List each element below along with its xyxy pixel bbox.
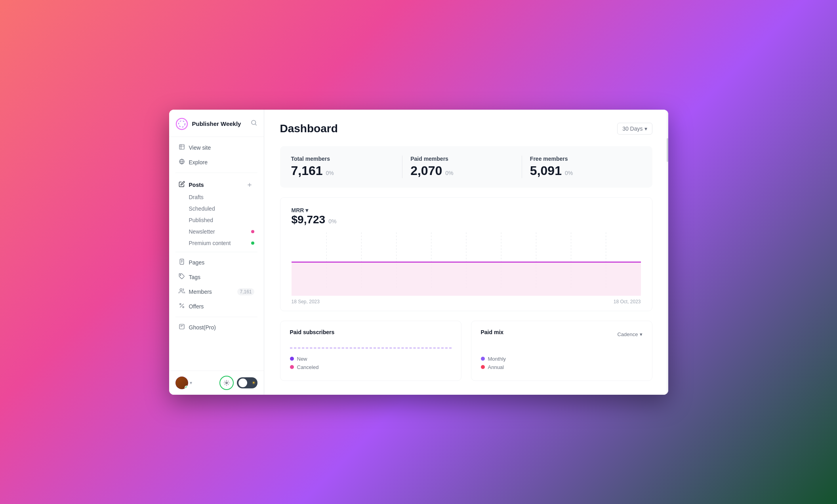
paid-mix-legend-monthly: Monthly bbox=[481, 356, 643, 362]
view-site-icon bbox=[179, 144, 185, 152]
offers-label: Offers bbox=[189, 303, 204, 310]
ghost-pro-label: Ghost(Pro) bbox=[189, 324, 216, 331]
add-post-button[interactable] bbox=[245, 180, 254, 190]
sidebar-item-explore[interactable]: Explore bbox=[172, 155, 261, 169]
theme-toggle[interactable]: ☀ bbox=[237, 377, 257, 388]
divider-3 bbox=[175, 317, 257, 317]
period-selector[interactable]: 30 Days ▾ bbox=[617, 123, 652, 135]
app-window: Publisher Weekly View site bbox=[169, 110, 668, 395]
paid-subscribers-chart-line bbox=[290, 348, 452, 348]
sidebar-footer: ▾ ☀ bbox=[169, 371, 264, 395]
paid-subscribers-legend-new: New bbox=[290, 356, 452, 362]
canceled-legend-dot bbox=[290, 365, 294, 369]
free-members-value: 5,091 bbox=[530, 164, 562, 178]
sidebar-item-view-site[interactable]: View site bbox=[172, 141, 261, 155]
user-avatar-area[interactable]: ▾ bbox=[175, 377, 192, 389]
sidebar-item-pages[interactable]: Pages bbox=[172, 255, 261, 270]
sidebar-item-newsletter[interactable]: Newsletter bbox=[172, 226, 261, 237]
free-members-value-row: 5,091 0% bbox=[530, 164, 633, 178]
cadence-selector[interactable]: Cadence ▾ bbox=[617, 331, 642, 337]
mrr-value-row: $9,723 0% bbox=[292, 213, 641, 226]
cadence-chevron: ▾ bbox=[640, 331, 643, 337]
svg-rect-5 bbox=[180, 259, 183, 264]
main-content: Dashboard 30 Days ▾ Total members 7,161 … bbox=[264, 110, 668, 395]
free-members-change: 0% bbox=[565, 170, 573, 176]
sidebar-item-offers[interactable]: Offers bbox=[172, 299, 261, 314]
total-members-stat: Total members 7,161 0% bbox=[291, 156, 403, 178]
scrollbar-thumb bbox=[667, 138, 668, 162]
svg-point-9 bbox=[179, 303, 181, 304]
premium-content-label: Premium content bbox=[189, 240, 231, 246]
sidebar-brand[interactable]: Publisher Weekly bbox=[175, 118, 241, 130]
mrr-chart-svg bbox=[292, 232, 641, 296]
search-icon[interactable] bbox=[250, 119, 257, 128]
mrr-change: 0% bbox=[328, 218, 336, 224]
sidebar-nav: View site Explore bbox=[169, 137, 264, 371]
paid-members-value-row: 2,070 0% bbox=[410, 164, 514, 178]
paid-mix-header: Paid mix Cadence ▾ bbox=[481, 329, 643, 340]
chart-dates: 18 Sep, 2023 18 Oct, 2023 bbox=[292, 299, 641, 304]
published-label: Published bbox=[189, 217, 214, 223]
window-scrollbar[interactable] bbox=[667, 110, 668, 395]
free-members-stat: Free members 5,091 0% bbox=[522, 156, 641, 178]
total-members-value: 7,161 bbox=[291, 164, 323, 178]
posts-icon bbox=[179, 181, 185, 188]
svg-point-1 bbox=[179, 121, 185, 127]
stats-card: Total members 7,161 0% Paid members 2,07… bbox=[280, 146, 652, 188]
sidebar-item-explore-label: Explore bbox=[189, 159, 208, 165]
sidebar-item-scheduled[interactable]: Scheduled bbox=[172, 203, 261, 214]
svg-point-12 bbox=[226, 382, 227, 384]
total-members-change: 0% bbox=[326, 170, 334, 176]
sun-icon: ☀ bbox=[252, 380, 256, 386]
sidebar: Publisher Weekly View site bbox=[169, 110, 264, 395]
sidebar-posts-toggle[interactable]: Posts bbox=[179, 181, 204, 188]
svg-line-8 bbox=[180, 304, 183, 307]
pages-icon bbox=[179, 259, 185, 266]
settings-button[interactable] bbox=[219, 376, 234, 390]
paid-members-value: 2,070 bbox=[410, 164, 442, 178]
explore-icon bbox=[179, 158, 185, 166]
free-members-label: Free members bbox=[530, 156, 633, 162]
premium-content-dot bbox=[251, 242, 254, 245]
paid-mix-title: Paid mix bbox=[481, 329, 504, 335]
paid-mix-legend-annual: Annual bbox=[481, 364, 643, 370]
paid-members-label: Paid members bbox=[410, 156, 514, 162]
divider-2 bbox=[175, 252, 257, 252]
paid-members-change: 0% bbox=[445, 170, 453, 176]
mrr-value: $9,723 bbox=[292, 213, 326, 226]
paid-subscribers-title: Paid subscribers bbox=[290, 329, 452, 335]
newsletter-dot bbox=[251, 230, 254, 233]
paid-subscribers-chart bbox=[290, 340, 452, 356]
svg-point-7 bbox=[180, 289, 182, 291]
monthly-legend-dot bbox=[481, 357, 485, 361]
annual-legend-label: Annual bbox=[488, 364, 504, 370]
newsletter-label: Newsletter bbox=[189, 228, 215, 235]
publisher-weekly-logo bbox=[175, 118, 188, 130]
toggle-circle bbox=[238, 378, 247, 387]
monthly-legend-label: Monthly bbox=[488, 356, 506, 362]
chart-date-start: 18 Sep, 2023 bbox=[292, 299, 320, 304]
tags-label: Tags bbox=[189, 274, 201, 280]
online-indicator bbox=[185, 386, 188, 389]
paid-mix-card: Paid mix Cadence ▾ Monthly Annual bbox=[471, 321, 652, 381]
sidebar-item-ghost-pro[interactable]: Ghost(Pro) bbox=[172, 320, 261, 335]
members-icon bbox=[179, 288, 185, 296]
sidebar-item-drafts[interactable]: Drafts bbox=[172, 192, 261, 203]
mrr-title[interactable]: MRR ▾ bbox=[292, 207, 641, 213]
sidebar-item-members[interactable]: Members 7,161 bbox=[172, 285, 261, 299]
mrr-chart bbox=[292, 232, 641, 296]
new-legend-label: New bbox=[297, 356, 307, 362]
period-chevron: ▾ bbox=[644, 126, 647, 132]
user-chevron-icon[interactable]: ▾ bbox=[190, 380, 192, 386]
sidebar-item-published[interactable]: Published bbox=[172, 215, 261, 226]
offers-icon bbox=[179, 302, 185, 310]
tags-icon bbox=[179, 273, 185, 281]
svg-point-0 bbox=[176, 118, 187, 129]
members-label: Members bbox=[189, 289, 212, 295]
paid-subscribers-legend-canceled: Canceled bbox=[290, 364, 452, 370]
new-legend-dot bbox=[290, 357, 294, 361]
cadence-label: Cadence bbox=[617, 331, 638, 337]
sidebar-item-premium-content[interactable]: Premium content bbox=[172, 238, 261, 249]
canceled-legend-label: Canceled bbox=[297, 364, 319, 370]
sidebar-item-tags[interactable]: Tags bbox=[172, 270, 261, 284]
